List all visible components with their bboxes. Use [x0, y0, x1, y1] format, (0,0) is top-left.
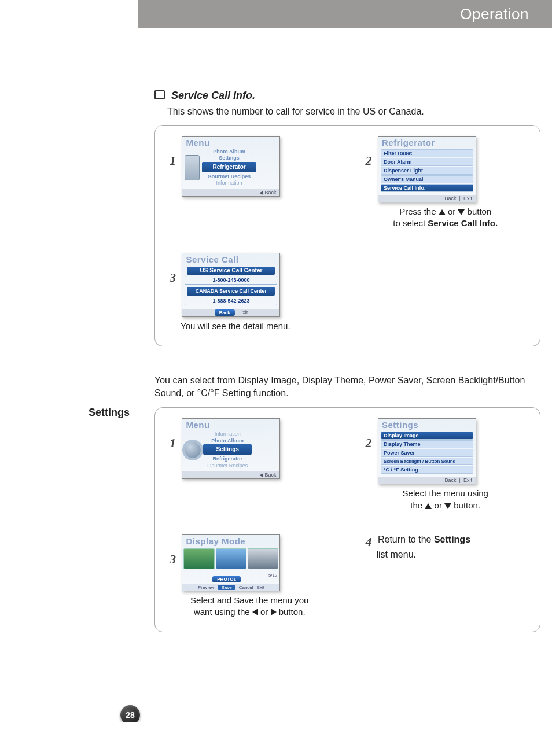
screen-title: Settings [378, 419, 476, 430]
menu-item: Gourmet Recipes [202, 174, 256, 180]
caption-text: the [410, 500, 425, 510]
canada-number: 1-888-542-2623 [185, 297, 277, 305]
list-item: Power Saver [381, 449, 473, 457]
caption-text: or [260, 607, 271, 617]
save-label: Save [218, 585, 235, 590]
caption-text: list menu. [377, 550, 416, 560]
menu-item-selected: Settings [203, 444, 251, 455]
canada-header: CANADA Service Call Center [187, 287, 275, 296]
back-label: Back [445, 196, 457, 201]
menu-item: Photo Album [203, 438, 251, 444]
caption-text: Select the menu using [403, 488, 488, 498]
settings-step3-caption: Select and Save the menu you want using … [163, 595, 336, 618]
display-mode-screen: Display Mode PHOTO1 5/12 Preview S [182, 534, 280, 591]
service-call-screen: Service Call US Service Call Center 1-80… [182, 253, 280, 318]
screen-title: Service Call [182, 253, 279, 264]
menu-screen-settings: Menu Information Photo Album Settings Re… [182, 418, 280, 479]
caption-text: or [448, 206, 458, 216]
exit-label: Exit [257, 585, 264, 590]
list-item: °C / °F Setting [381, 466, 473, 474]
up-triangle-icon [439, 209, 446, 215]
bullet-icon [154, 90, 165, 99]
list-item: Screen Backlight / Button Sound [381, 458, 473, 465]
list-item-selected: Display Image [381, 432, 473, 440]
us-header: US Service Call Center [187, 267, 275, 275]
menu-item: Gourmet Recipes [203, 463, 251, 469]
settings-intro: You can select from Display Image, Displ… [154, 374, 540, 399]
us-number: 1-800-243-0000 [185, 276, 277, 285]
caption-text: button [468, 206, 492, 216]
step2-caption: Press the or button to select Service Ca… [359, 206, 532, 230]
menu-screen-1: Menu Photo Album Settings Refrigerator G… [182, 136, 280, 197]
header: Operation [0, 0, 552, 28]
menu-item: Information [203, 431, 251, 437]
screen-footer: ◀ Back [182, 189, 279, 196]
refrigerator-screen: Refrigerator Filter Reset Door Alarm Dis… [378, 136, 476, 202]
header-title: Operation [138, 0, 552, 28]
step-number: 2 [359, 436, 372, 451]
step-number: 1 [163, 153, 176, 168]
step-number: 3 [163, 552, 176, 567]
caption-text: Press the [399, 206, 439, 216]
header-left-spacer [0, 0, 138, 28]
button-row: Preview Save Cancel Exit [182, 584, 279, 591]
fridge-icon [185, 155, 200, 180]
cancel-label: Cancel [239, 585, 253, 590]
screen-title: Menu [182, 419, 279, 430]
step3-caption: You will see the detail menu. [181, 320, 336, 332]
menu-item: Settings [202, 155, 256, 161]
exit-label: Exit [239, 309, 248, 315]
selected-photo-label: PHOTO1 [212, 576, 241, 582]
menu-item-selected: Refrigerator [202, 162, 256, 173]
thumbnail [248, 548, 278, 569]
caption-text: or [435, 500, 445, 510]
thumbnail-row [182, 546, 279, 571]
caption-bold: Settings [434, 534, 470, 544]
step-number: 2 [359, 153, 372, 168]
list-item-selected: Service Call Info. [381, 184, 473, 192]
screen-footer: ◀ Back [182, 471, 279, 478]
caption-text: to select [393, 218, 428, 228]
screen-title: Menu [182, 137, 279, 147]
service-call-panel: 1 Menu Photo Album Settings Refrigerator… [154, 125, 540, 346]
caption-text: button. [279, 607, 306, 617]
left-triangle-icon [252, 609, 258, 615]
step-number: 1 [163, 436, 176, 451]
screen-title: Display Mode [182, 535, 279, 546]
list-item: Owner's Manual [381, 175, 473, 183]
caption-bold: Service Call Info. [428, 218, 498, 228]
back-button: Back [215, 309, 235, 316]
menu-item: Refrigerator [203, 456, 251, 462]
step-number: 4 [359, 534, 372, 550]
list-item: Display Theme [381, 440, 473, 448]
menu-item: Photo Album [202, 149, 256, 155]
page-number-badge: 28 [120, 705, 140, 722]
step4-text: Return to the Settings list menu. [359, 534, 471, 559]
right-triangle-icon [271, 609, 277, 615]
down-triangle-icon [458, 209, 465, 215]
canada-header-text: CANADA Service Call Center [196, 288, 267, 294]
caption-text: want using the [194, 607, 252, 617]
thumbnail [183, 548, 214, 569]
list-item: Filter Reset [381, 149, 473, 157]
settings-list-screen: Settings Display Image Display Theme Pow… [378, 418, 476, 484]
list-item: Door Alarm [381, 158, 473, 166]
list-item: Dispenser Light [381, 167, 473, 175]
caption-text: Select and Save the menu you [190, 595, 308, 605]
up-triangle-icon [425, 503, 432, 509]
exit-label: Exit [463, 196, 472, 201]
caption-text: button. [454, 500, 480, 510]
service-call-intro: This shows the number to call for servic… [167, 106, 540, 117]
preview-label: Preview [198, 585, 214, 590]
us-header-text: US Service Call Center [200, 267, 263, 274]
screen-title: Refrigerator [378, 137, 476, 147]
section-heading-service-call: Service Call Info. [154, 90, 540, 102]
section-heading-text: Service Call Info. [171, 90, 255, 101]
step-number: 3 [163, 270, 176, 285]
settings-step2-caption: Select the menu using the or button. [359, 488, 532, 511]
screen-footer: Back Exit [182, 309, 279, 316]
settings-panel: 1 Menu Information Photo Album Settings … [154, 407, 540, 632]
down-triangle-icon [444, 503, 451, 509]
screen-footer: Back | Exit [378, 195, 476, 202]
exit-label: Exit [463, 477, 472, 483]
